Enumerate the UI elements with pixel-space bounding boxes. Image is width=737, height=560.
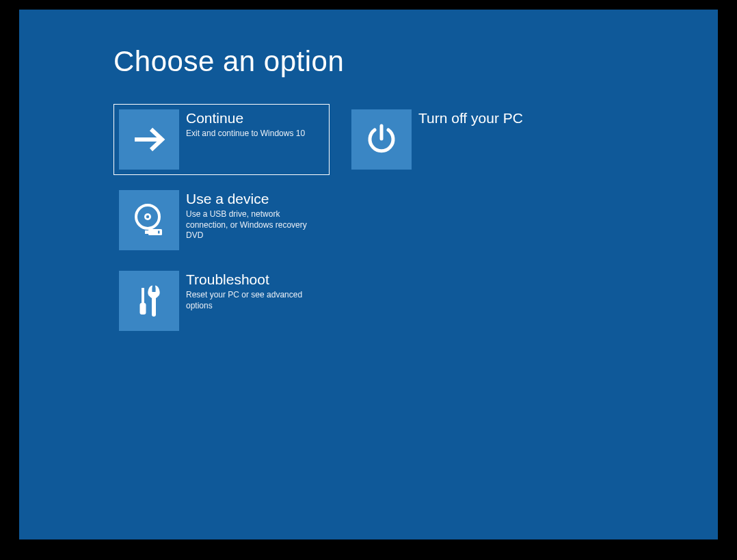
- turn-off-title: Turn off your PC: [418, 109, 523, 126]
- content: Choose an option Continue Exit: [113, 45, 562, 336]
- svg-rect-4: [148, 229, 162, 235]
- recovery-screen: Choose an option Continue Exit: [19, 10, 718, 539]
- continue-tile[interactable]: Continue Exit and continue to Windows 10: [113, 104, 330, 175]
- tools-icon: [119, 271, 179, 331]
- options-col-1: Continue Exit and continue to Windows 10: [113, 104, 330, 336]
- svg-rect-6: [158, 231, 160, 234]
- continue-title: Continue: [186, 109, 305, 126]
- options-grid: Continue Exit and continue to Windows 10: [113, 104, 562, 336]
- svg-rect-7: [142, 288, 144, 303]
- continue-desc: Exit and continue to Windows 10: [186, 129, 305, 139]
- turn-off-tile[interactable]: Turn off your PC: [346, 104, 562, 175]
- options-col-2: Turn off your PC: [346, 104, 562, 336]
- disc-usb-icon: [119, 190, 179, 250]
- svg-rect-5: [145, 230, 149, 234]
- svg-rect-8: [140, 303, 146, 315]
- svg-point-3: [146, 215, 149, 218]
- troubleshoot-title: Troubleshoot: [186, 271, 323, 288]
- use-device-text: Use a device Use a USB drive, network co…: [179, 190, 323, 250]
- page-title: Choose an option: [113, 45, 562, 78]
- use-device-title: Use a device: [186, 190, 323, 207]
- turn-off-text: Turn off your PC: [412, 109, 523, 170]
- arrow-right-icon: [119, 109, 179, 170]
- svg-rect-9: [152, 295, 156, 313]
- troubleshoot-desc: Reset your PC or see advanced options: [186, 290, 323, 311]
- continue-text: Continue Exit and continue to Windows 10: [179, 109, 305, 170]
- use-device-tile[interactable]: Use a device Use a USB drive, network co…: [113, 185, 330, 256]
- svg-rect-11: [152, 284, 155, 291]
- troubleshoot-tile[interactable]: Troubleshoot Reset your PC or see advanc…: [113, 265, 330, 336]
- troubleshoot-text: Troubleshoot Reset your PC or see advanc…: [179, 271, 323, 331]
- power-icon: [351, 109, 412, 170]
- use-device-desc: Use a USB drive, network connection, or …: [186, 209, 323, 241]
